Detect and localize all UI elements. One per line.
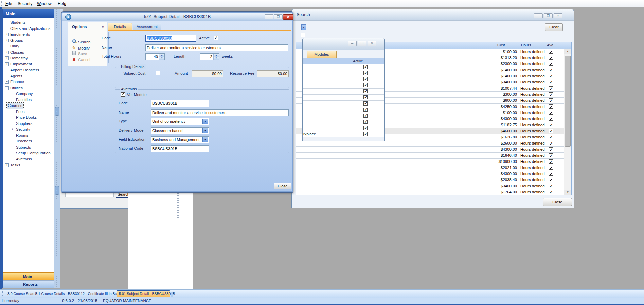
available-checkbox[interactable] <box>549 184 553 188</box>
active-checkbox[interactable] <box>363 108 368 112</box>
spin-down-icon[interactable]: ▼ <box>214 57 219 60</box>
module-row[interactable] <box>303 119 384 125</box>
sidebar-item-utilities[interactable]: −Utilities <box>3 85 54 91</box>
maximize-icon[interactable]: ❐ <box>358 41 366 46</box>
module-row[interactable] <box>303 125 384 131</box>
available-checkbox[interactable] <box>549 141 553 145</box>
dialog-titlebar[interactable]: ◆ 5.01 Subject Detail - BSBCUS301B ─ ❐ ✕ <box>62 13 292 21</box>
module-row[interactable] <box>303 82 384 89</box>
field-education-select[interactable]: Business and Management, n.e. ▼ <box>151 136 209 143</box>
active-checkbox[interactable] <box>363 71 368 75</box>
sidebar-item-teachers[interactable]: Teachers <box>3 138 54 144</box>
active-checkbox[interactable] <box>363 101 368 106</box>
active-checkbox[interactable] <box>363 77 368 81</box>
available-checkbox[interactable] <box>549 56 553 60</box>
expand-plus-icon[interactable]: + <box>5 33 9 36</box>
expand-plus-icon[interactable]: + <box>5 51 9 54</box>
maximize-icon[interactable]: ❐ <box>274 14 283 19</box>
form-splitter-dots-icon[interactable] <box>111 70 113 153</box>
active-checkbox[interactable] <box>363 132 368 136</box>
chevron-down-icon[interactable]: ▼ <box>301 24 306 30</box>
taskbar-item-2[interactable]: 3.1 Course Details - BSB30112 - Certific… <box>35 291 124 297</box>
sidebar-item-finance[interactable]: +Finance <box>3 79 54 85</box>
code-input[interactable]: BSBCUS301B <box>145 35 196 42</box>
sidebar-item-price-books[interactable]: Price Books <box>3 115 54 120</box>
available-checkbox[interactable] <box>549 98 553 102</box>
subject-cost-checkbox[interactable] <box>156 71 160 75</box>
taskbar-grip-icon[interactable] <box>2 291 3 297</box>
available-checkbox[interactable] <box>549 123 553 127</box>
search-option[interactable]: Search <box>71 39 90 45</box>
sidebar-item-fees[interactable]: Fees <box>3 109 54 115</box>
vertical-scrollbar[interactable]: ▲ ▼ <box>564 49 571 195</box>
sidebar-item-security[interactable]: +Security <box>3 127 54 132</box>
expand-plus-icon[interactable]: + <box>5 163 9 167</box>
expand-plus-icon[interactable]: + <box>5 39 9 42</box>
name-input[interactable]: Deliver and monitor a service to custome… <box>145 44 288 51</box>
spin-up-icon[interactable]: ▲ <box>159 54 164 57</box>
expand-plus-icon[interactable]: + <box>5 62 9 66</box>
table-row[interactable]: $2038.40Hours defined b <box>296 177 571 183</box>
close-icon[interactable]: ✕ <box>368 41 376 46</box>
expand-plus-icon[interactable]: + <box>5 56 9 60</box>
table-row[interactable]: $4300.00Hours defined b <box>296 171 571 177</box>
available-checkbox[interactable] <box>549 135 553 139</box>
minimize-icon[interactable]: ─ <box>348 41 357 46</box>
available-checkbox[interactable] <box>549 68 553 72</box>
tab-modules[interactable]: Modules <box>307 51 337 58</box>
available-checkbox[interactable] <box>549 159 553 164</box>
search-filter-checkbox[interactable] <box>301 33 305 37</box>
available-checkbox[interactable] <box>549 74 553 78</box>
chevron-down-icon[interactable]: ▼ <box>202 128 208 133</box>
available-checkbox[interactable] <box>549 129 553 133</box>
length-stepper[interactable]: 2 ▲▼ <box>200 53 219 60</box>
taskbar-overflow-icon[interactable] <box>171 292 173 297</box>
sidebar-item-enrolments[interactable]: +Enrolments <box>3 32 54 37</box>
module-row[interactable] <box>303 89 384 95</box>
available-checkbox[interactable] <box>549 104 553 109</box>
sidebar-item-courses[interactable]: Courses <box>3 103 54 109</box>
sidebar-item-company[interactable]: Company <box>3 91 54 97</box>
splitter-dots-icon[interactable] <box>177 193 179 219</box>
national-code-input[interactable]: BSBCUS301B <box>151 145 209 152</box>
sidebar-item-rooms[interactable]: Rooms <box>3 133 54 138</box>
sidebar-item-subjects[interactable]: Subjects <box>3 145 54 150</box>
active-checkbox[interactable] <box>363 95 368 99</box>
tab-assessment[interactable]: Assessment <box>133 23 161 31</box>
sidebar-item-offers-and-applications[interactable]: Offers and Applications <box>3 26 54 32</box>
sidebar-item-setup-configuration[interactable]: Setup Configuration <box>3 150 54 156</box>
table-row[interactable]: $2600.00Hours defined b <box>296 140 571 147</box>
close-icon[interactable]: ✕ <box>283 14 293 20</box>
search-close-button[interactable]: Close <box>543 198 572 206</box>
available-checkbox[interactable] <box>549 86 553 90</box>
modules-header-active[interactable]: Active <box>353 59 363 63</box>
collapse-minus-icon[interactable]: − <box>5 86 9 90</box>
sidebar-item-agents[interactable]: Agents <box>3 73 54 79</box>
avetmiss-code-input[interactable]: BSBCUS301B <box>151 100 209 107</box>
sidebar-button-main[interactable]: Main <box>3 272 54 280</box>
table-row[interactable]: $1646.40Hours defined b <box>296 153 571 159</box>
collapse-chevron-icon[interactable]: « <box>101 26 105 28</box>
available-checkbox[interactable] <box>549 172 553 176</box>
active-checkbox[interactable] <box>363 83 368 87</box>
chevron-down-icon[interactable]: ▼ <box>202 119 208 124</box>
sidebar-item-employment[interactable]: +Employment <box>3 61 54 67</box>
available-checkbox[interactable] <box>549 117 553 121</box>
type-select[interactable]: Unit of competency ▼ <box>151 118 209 125</box>
available-checkbox[interactable] <box>549 50 553 54</box>
table-row[interactable]: $3400.00Hours defined b <box>296 183 571 189</box>
modules-grid-header[interactable]: Active <box>303 58 384 64</box>
collapse-left-icon[interactable]: ‹ <box>55 107 59 116</box>
minimize-icon[interactable]: ─ <box>534 13 543 18</box>
sidebar-item-faculties[interactable]: Faculties <box>3 97 54 103</box>
sidebar-item-classes[interactable]: +Classes <box>3 50 54 55</box>
active-checkbox[interactable] <box>363 126 368 130</box>
module-row[interactable] <box>303 107 384 113</box>
vet-module-checkbox[interactable] <box>121 92 125 97</box>
available-checkbox[interactable] <box>549 111 553 115</box>
active-checkbox[interactable] <box>363 120 368 124</box>
clear-button[interactable]: Clear <box>545 23 563 31</box>
available-checkbox[interactable] <box>549 92 553 96</box>
active-checkbox[interactable] <box>214 36 218 40</box>
expand-plus-icon[interactable]: + <box>5 80 9 84</box>
